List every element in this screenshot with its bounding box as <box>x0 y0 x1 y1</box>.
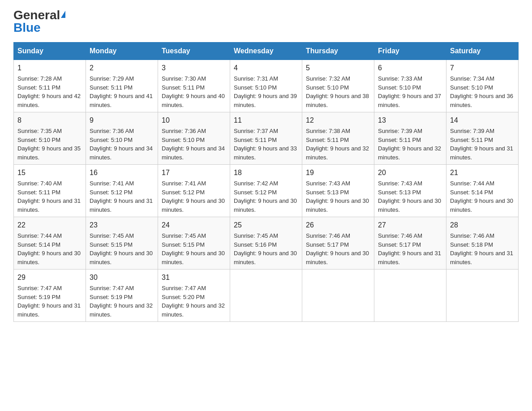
calendar-cell: 2 Sunrise: 7:29 AMSunset: 5:11 PMDayligh… <box>86 60 158 112</box>
day-info: Sunrise: 7:41 AMSunset: 5:12 PMDaylight:… <box>162 180 225 213</box>
day-info: Sunrise: 7:43 AMSunset: 5:13 PMDaylight:… <box>306 180 369 213</box>
day-number: 12 <box>306 115 370 126</box>
calendar-cell: 23 Sunrise: 7:45 AMSunset: 5:15 PMDaylig… <box>86 217 158 270</box>
day-info: Sunrise: 7:46 AMSunset: 5:17 PMDaylight:… <box>306 232 369 265</box>
calendar-week-row: 8 Sunrise: 7:35 AMSunset: 5:10 PMDayligh… <box>14 112 519 165</box>
calendar-cell: 14 Sunrise: 7:39 AMSunset: 5:11 PMDaylig… <box>446 112 519 165</box>
calendar-cell: 10 Sunrise: 7:36 AMSunset: 5:10 PMDaylig… <box>158 112 230 165</box>
day-info: Sunrise: 7:36 AMSunset: 5:10 PMDaylight:… <box>162 128 225 161</box>
day-info: Sunrise: 7:46 AMSunset: 5:17 PMDaylight:… <box>378 232 441 265</box>
day-info: Sunrise: 7:47 AMSunset: 5:19 PMDaylight:… <box>90 285 153 318</box>
calendar-cell: 25 Sunrise: 7:45 AMSunset: 5:16 PMDaylig… <box>230 217 302 270</box>
day-number: 5 <box>306 63 370 73</box>
day-number: 6 <box>378 63 442 73</box>
calendar-cell: 6 Sunrise: 7:33 AMSunset: 5:10 PMDayligh… <box>374 60 446 112</box>
calendar-cell: 27 Sunrise: 7:46 AMSunset: 5:17 PMDaylig… <box>374 217 446 270</box>
calendar-cell: 22 Sunrise: 7:44 AMSunset: 5:14 PMDaylig… <box>14 217 86 270</box>
calendar-cell: 20 Sunrise: 7:43 AMSunset: 5:13 PMDaylig… <box>374 165 446 217</box>
day-number: 23 <box>90 220 154 231</box>
day-number: 10 <box>162 115 226 126</box>
day-number: 13 <box>378 115 442 126</box>
calendar-cell <box>230 270 302 322</box>
day-info: Sunrise: 7:34 AMSunset: 5:10 PMDaylight:… <box>450 75 513 108</box>
calendar-cell: 19 Sunrise: 7:43 AMSunset: 5:13 PMDaylig… <box>302 165 374 217</box>
day-number: 29 <box>17 272 82 283</box>
day-number: 19 <box>306 167 370 178</box>
day-info: Sunrise: 7:47 AMSunset: 5:20 PMDaylight:… <box>162 285 225 318</box>
calendar-cell: 3 Sunrise: 7:30 AMSunset: 5:11 PMDayligh… <box>158 60 230 112</box>
day-number: 25 <box>234 220 298 231</box>
day-number: 4 <box>234 63 298 73</box>
calendar-cell: 24 Sunrise: 7:45 AMSunset: 5:15 PMDaylig… <box>158 217 230 270</box>
day-number: 7 <box>450 63 515 73</box>
day-info: Sunrise: 7:45 AMSunset: 5:15 PMDaylight:… <box>162 232 225 265</box>
day-number: 9 <box>90 115 154 126</box>
day-number: 8 <box>17 115 82 126</box>
day-number: 3 <box>162 63 226 73</box>
calendar-header: SundayMondayTuesdayWednesdayThursdayFrid… <box>14 43 519 60</box>
calendar-cell: 28 Sunrise: 7:46 AMSunset: 5:18 PMDaylig… <box>446 217 519 270</box>
calendar-cell: 29 Sunrise: 7:47 AMSunset: 5:19 PMDaylig… <box>14 270 86 322</box>
day-info: Sunrise: 7:28 AMSunset: 5:11 PMDaylight:… <box>17 75 81 108</box>
day-number: 27 <box>378 220 442 231</box>
day-number: 31 <box>162 272 226 283</box>
day-number: 18 <box>234 167 298 178</box>
day-info: Sunrise: 7:31 AMSunset: 5:10 PMDaylight:… <box>234 75 297 108</box>
calendar-week-row: 15 Sunrise: 7:40 AMSunset: 5:11 PMDaylig… <box>14 165 519 217</box>
calendar-cell: 30 Sunrise: 7:47 AMSunset: 5:19 PMDaylig… <box>86 270 158 322</box>
day-number: 22 <box>17 220 82 231</box>
calendar-cell <box>374 270 446 322</box>
day-info: Sunrise: 7:46 AMSunset: 5:18 PMDaylight:… <box>450 232 513 265</box>
day-number: 11 <box>234 115 298 126</box>
calendar-cell: 5 Sunrise: 7:32 AMSunset: 5:10 PMDayligh… <box>302 60 374 112</box>
day-info: Sunrise: 7:45 AMSunset: 5:15 PMDaylight:… <box>90 232 153 265</box>
calendar-cell: 31 Sunrise: 7:47 AMSunset: 5:20 PMDaylig… <box>158 270 230 322</box>
day-info: Sunrise: 7:37 AMSunset: 5:11 PMDaylight:… <box>234 128 297 161</box>
day-number: 2 <box>90 63 154 73</box>
day-info: Sunrise: 7:47 AMSunset: 5:19 PMDaylight:… <box>17 285 81 318</box>
day-info: Sunrise: 7:35 AMSunset: 5:10 PMDaylight:… <box>17 128 81 161</box>
calendar-cell: 18 Sunrise: 7:42 AMSunset: 5:12 PMDaylig… <box>230 165 302 217</box>
day-number: 26 <box>306 220 370 231</box>
calendar-cell <box>302 270 374 322</box>
calendar-cell: 16 Sunrise: 7:41 AMSunset: 5:12 PMDaylig… <box>86 165 158 217</box>
day-number: 14 <box>450 115 515 126</box>
weekday-header-wednesday: Wednesday <box>230 43 302 60</box>
weekday-header-tuesday: Tuesday <box>158 43 230 60</box>
calendar-cell: 21 Sunrise: 7:44 AMSunset: 5:14 PMDaylig… <box>446 165 519 217</box>
day-info: Sunrise: 7:36 AMSunset: 5:10 PMDaylight:… <box>90 128 153 161</box>
logo-blue-text: Blue <box>13 21 41 34</box>
day-info: Sunrise: 7:43 AMSunset: 5:13 PMDaylight:… <box>378 180 441 213</box>
day-number: 24 <box>162 220 226 231</box>
day-number: 30 <box>90 272 154 283</box>
calendar-week-row: 1 Sunrise: 7:28 AMSunset: 5:11 PMDayligh… <box>14 60 519 112</box>
weekday-header-thursday: Thursday <box>302 43 374 60</box>
day-info: Sunrise: 7:32 AMSunset: 5:10 PMDaylight:… <box>306 75 369 108</box>
calendar-cell: 7 Sunrise: 7:34 AMSunset: 5:10 PMDayligh… <box>446 60 519 112</box>
calendar-table: SundayMondayTuesdayWednesdayThursdayFrid… <box>13 42 519 322</box>
page-header: General Blue <box>13 9 519 34</box>
calendar-body: 1 Sunrise: 7:28 AMSunset: 5:11 PMDayligh… <box>14 60 519 322</box>
calendar-cell: 26 Sunrise: 7:46 AMSunset: 5:17 PMDaylig… <box>302 217 374 270</box>
day-info: Sunrise: 7:33 AMSunset: 5:10 PMDaylight:… <box>378 75 441 108</box>
day-info: Sunrise: 7:44 AMSunset: 5:14 PMDaylight:… <box>450 180 513 213</box>
calendar-cell: 17 Sunrise: 7:41 AMSunset: 5:12 PMDaylig… <box>158 165 230 217</box>
logo: General Blue <box>13 9 65 34</box>
day-number: 15 <box>17 167 82 178</box>
logo-triangle-icon <box>61 11 65 18</box>
calendar-cell: 15 Sunrise: 7:40 AMSunset: 5:11 PMDaylig… <box>14 165 86 217</box>
calendar-cell: 13 Sunrise: 7:39 AMSunset: 5:11 PMDaylig… <box>374 112 446 165</box>
calendar-week-row: 22 Sunrise: 7:44 AMSunset: 5:14 PMDaylig… <box>14 217 519 270</box>
day-number: 1 <box>17 63 82 73</box>
day-number: 20 <box>378 167 442 178</box>
weekday-header-sunday: Sunday <box>14 43 86 60</box>
day-info: Sunrise: 7:39 AMSunset: 5:11 PMDaylight:… <box>450 128 513 161</box>
weekday-header-saturday: Saturday <box>446 43 519 60</box>
day-info: Sunrise: 7:38 AMSunset: 5:11 PMDaylight:… <box>306 128 369 161</box>
calendar-cell: 12 Sunrise: 7:38 AMSunset: 5:11 PMDaylig… <box>302 112 374 165</box>
calendar-cell: 8 Sunrise: 7:35 AMSunset: 5:10 PMDayligh… <box>14 112 86 165</box>
day-info: Sunrise: 7:45 AMSunset: 5:16 PMDaylight:… <box>234 232 297 265</box>
day-info: Sunrise: 7:30 AMSunset: 5:11 PMDaylight:… <box>162 75 225 108</box>
calendar-week-row: 29 Sunrise: 7:47 AMSunset: 5:19 PMDaylig… <box>14 270 519 322</box>
weekday-header-monday: Monday <box>86 43 158 60</box>
